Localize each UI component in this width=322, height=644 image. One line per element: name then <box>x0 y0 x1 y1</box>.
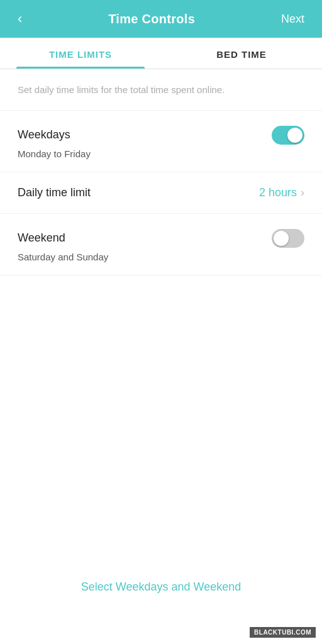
watermark: BLACKTUBI.COM <box>250 627 316 638</box>
next-button[interactable]: Next <box>276 10 309 28</box>
weekdays-section: Weekdays Monday to Friday <box>0 111 322 172</box>
select-all-link[interactable]: Select Weekdays and Weekend <box>81 580 242 593</box>
weekend-section: Weekend Saturday and Sunday <box>0 214 322 275</box>
weekend-toggle[interactable] <box>272 229 304 248</box>
weekdays-toggle-thumb <box>287 128 303 143</box>
weekdays-toggle[interactable] <box>272 126 304 145</box>
page-title: Time Controls <box>108 12 195 26</box>
description-text: Set daily time limits for the total time… <box>0 69 322 111</box>
weekdays-sublabel: Monday to Friday <box>18 148 304 159</box>
daily-limit-value-button[interactable]: 2 hours › <box>259 186 304 199</box>
weekend-sublabel: Saturday and Sunday <box>18 252 304 262</box>
daily-limit-row[interactable]: Daily time limit 2 hours › <box>0 172 322 214</box>
tab-bar: TIME LIMITS BED TIME <box>0 38 322 69</box>
daily-limit-label: Daily time limit <box>18 186 91 199</box>
back-button[interactable]: ‹ <box>13 8 27 30</box>
bottom-action-area: Select Weekdays and Weekend <box>0 580 322 594</box>
app-header: ‹ Time Controls Next <box>0 0 322 38</box>
tab-time-limits[interactable]: TIME LIMITS <box>0 38 161 69</box>
main-content: Set daily time limits for the total time… <box>0 69 322 275</box>
weekdays-label: Weekdays <box>18 128 70 142</box>
weekend-toggle-thumb <box>274 231 289 246</box>
chevron-right-icon: › <box>301 186 304 199</box>
daily-limit-value: 2 hours <box>259 186 297 199</box>
tab-bed-time[interactable]: BED TIME <box>161 38 322 69</box>
weekend-label: Weekend <box>18 231 65 245</box>
